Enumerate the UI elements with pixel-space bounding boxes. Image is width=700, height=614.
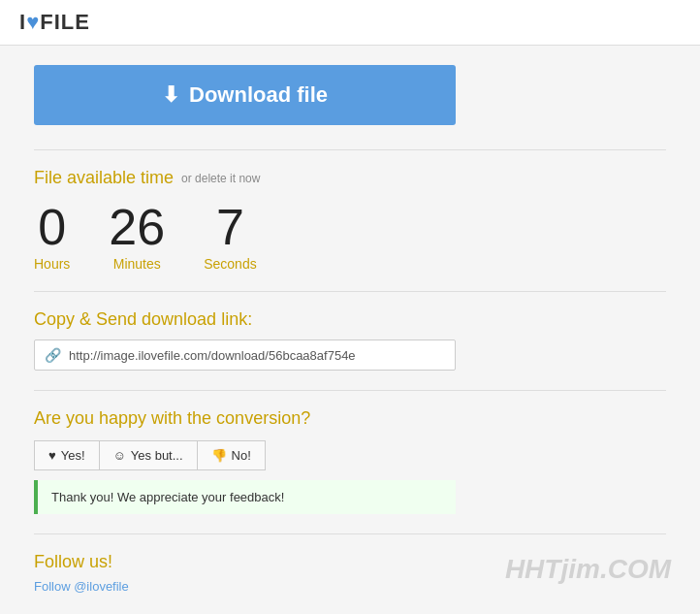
file-available-section: File available time or delete it now 0 H… [34,149,666,272]
hours-label: Hours [34,256,70,272]
feedback-question: Are you happy with the conversion? [34,408,666,429]
logo-suffix: FILE [40,10,90,34]
follow-section: Follow us! Follow @ilovefile [34,533,666,595]
yes-but-button[interactable]: ☺ Yes but... [100,441,198,469]
available-title: File available time or delete it now [34,168,666,188]
header: I♥FILE [0,0,700,46]
logo-heart: ♥ [26,10,40,34]
link-box[interactable]: 🔗 http://image.ilovefile.com/download/56… [34,339,456,371]
link-url: http://image.ilovefile.com/download/56bc… [69,348,356,363]
seconds-value: 7 [216,202,244,252]
follow-title: Follow us! [34,552,666,572]
feedback-section: Are you happy with the conversion? ♥ Yes… [34,390,666,514]
yes-but-icon: ☺ [113,448,126,463]
main-content: ⬇ Download file File available time or d… [0,46,700,614]
download-button[interactable]: ⬇ Download file [34,65,456,125]
copy-title: Copy & Send download link: [34,309,666,330]
no-button[interactable]: 👎 No! [198,441,265,469]
minutes-item: 26 Minutes [109,202,165,272]
copy-send-section: Copy & Send download link: 🔗 http://imag… [34,291,666,371]
feedback-buttons: ♥ Yes! ☺ Yes but... 👎 No! [34,440,266,470]
minutes-label: Minutes [113,256,161,272]
hours-item: 0 Hours [34,202,70,272]
seconds-item: 7 Seconds [204,202,256,272]
available-title-text: File available time [34,168,174,188]
no-label: No! [232,448,251,463]
yes-button[interactable]: ♥ Yes! [35,441,100,469]
seconds-label: Seconds [204,256,256,272]
yes-but-label: Yes but... [131,448,183,463]
thank-you-message: Thank you! We appreciate your feedback! [34,480,456,514]
yes-icon: ♥ [48,448,56,463]
countdown: 0 Hours 26 Minutes 7 Seconds [34,202,666,272]
follow-twitter-link[interactable]: Follow @ilovefile [34,579,129,594]
logo: I♥FILE [19,10,90,35]
hours-value: 0 [38,202,66,252]
yes-label: Yes! [61,448,85,463]
page-wrapper: I♥FILE ⬇ Download file File available ti… [0,0,700,614]
minutes-value: 26 [109,202,165,252]
download-button-label: Download file [189,82,328,108]
no-icon: 👎 [211,448,227,463]
delete-link[interactable]: or delete it now [181,172,260,185]
download-icon: ⬇ [162,82,179,108]
link-icon: 🔗 [45,347,61,363]
